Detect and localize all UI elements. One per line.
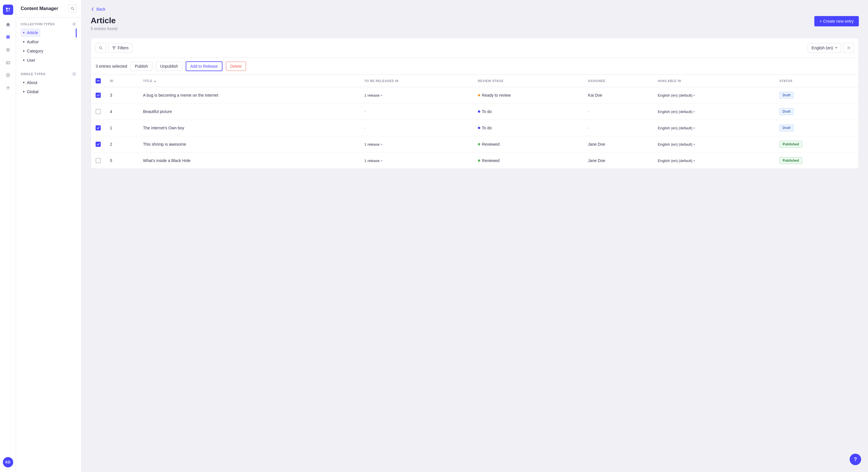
- content-manager-icon[interactable]: [3, 32, 13, 42]
- col-id: ID: [105, 75, 138, 87]
- entries-count: 5 entries found: [91, 26, 117, 31]
- status-cell: Published: [775, 136, 859, 153]
- table-row[interactable]: 4 Beautiful picture - To do - English (e…: [91, 103, 859, 120]
- id-cell: 3: [105, 87, 138, 103]
- release-badge[interactable]: 1 release ▾: [364, 142, 382, 146]
- table-row[interactable]: 2 This shrimp is awesome 1 release ▾ Rev…: [91, 136, 859, 153]
- svg-rect-10: [97, 80, 100, 81]
- assignee-cell: Jane Doe: [583, 136, 653, 153]
- col-title[interactable]: TITLE ▲: [138, 75, 360, 87]
- marketplace-icon[interactable]: [3, 70, 13, 80]
- selection-action-bar: 3 entries selected Publish Unpublish Add…: [91, 58, 859, 75]
- help-button[interactable]: ?: [849, 453, 861, 465]
- available-in-value[interactable]: English (en) (default) ▾: [658, 159, 770, 163]
- available-in-value[interactable]: English (en) (default) ▾: [658, 126, 770, 130]
- media-icon[interactable]: [3, 57, 13, 68]
- create-new-entry-button[interactable]: + Create new entry: [814, 16, 859, 26]
- select-all-checkbox[interactable]: [96, 78, 101, 83]
- sidebar-item-article-wrapper: Article: [21, 28, 76, 38]
- selection-count: 3 entries selected: [96, 64, 127, 69]
- sidebar-item-article[interactable]: Article: [21, 28, 40, 37]
- single-types-count: 2: [71, 72, 76, 76]
- assignee-value: -: [588, 126, 589, 130]
- svg-rect-1: [8, 8, 10, 9]
- title-cell[interactable]: The internet's Own boy: [138, 120, 360, 136]
- assignee-value: Jane Doe: [588, 158, 605, 163]
- row-checkbox[interactable]: [96, 109, 101, 114]
- title-cell[interactable]: A bug is becoming a meme on the internet: [138, 87, 360, 103]
- release-cell: -: [360, 120, 473, 136]
- unpublish-button[interactable]: Unpublish: [156, 62, 182, 71]
- table-row[interactable]: 1 The internet's Own boy - To do - Engli…: [91, 120, 859, 136]
- status-badge: Published: [779, 157, 802, 164]
- release-badge[interactable]: 1 release ▾: [364, 159, 382, 163]
- user-avatar[interactable]: KD: [3, 457, 13, 467]
- select-all-header: [91, 75, 105, 87]
- release-cell: 1 release ▾: [360, 136, 473, 153]
- checkbox-cell: [91, 103, 105, 120]
- review-stage-cell: Ready to review: [473, 87, 584, 103]
- page-title-area: Article 5 entries found: [91, 16, 117, 31]
- builder-icon[interactable]: [3, 45, 13, 55]
- sidebar-item-user[interactable]: User: [21, 56, 76, 65]
- title-cell[interactable]: This shrimp is awesome: [138, 136, 360, 153]
- single-types-header: SINGLE TYPES 2: [21, 72, 76, 76]
- row-checkbox[interactable]: [96, 158, 101, 163]
- svg-rect-2: [6, 10, 8, 12]
- settings-icon[interactable]: [3, 82, 13, 93]
- sidebar-title: Content Manager: [21, 6, 58, 11]
- sidebar-item-category[interactable]: Category: [21, 47, 76, 55]
- table-row[interactable]: 3 A bug is becoming a meme on the intern…: [91, 87, 859, 103]
- assignee-cell: Jane Doe: [583, 153, 653, 169]
- home-icon[interactable]: [3, 20, 13, 30]
- single-types-section: SINGLE TYPES 2 About Global: [16, 67, 81, 99]
- assignee-cell: -: [583, 103, 653, 120]
- col-status: STATUS: [775, 75, 859, 87]
- title-cell[interactable]: Beautiful picture: [138, 103, 360, 120]
- id-cell: 4: [105, 103, 138, 120]
- add-to-release-button[interactable]: Add to Release: [186, 61, 222, 71]
- release-badge[interactable]: 1 release ▾: [364, 93, 382, 98]
- collection-types-section: COLLECTION TYPES 4 Article Author Catego…: [16, 18, 81, 67]
- available-in-cell: English (en) (default) ▾: [653, 136, 775, 153]
- locale-selector[interactable]: English (en): [808, 43, 841, 53]
- active-indicator: [76, 28, 76, 38]
- review-dot: [478, 160, 480, 162]
- available-in-value[interactable]: English (en) (default) ▾: [658, 142, 770, 146]
- col-release: TO BE RELEASED IN: [360, 75, 473, 87]
- row-checkbox[interactable]: [96, 93, 101, 98]
- row-checkbox[interactable]: [96, 125, 101, 131]
- available-in-cell: English (en) (default) ▾: [653, 87, 775, 103]
- page-title: Article: [91, 16, 117, 25]
- toolbar-right: English (en): [808, 43, 854, 53]
- sidebar-item-about[interactable]: About: [21, 78, 76, 87]
- assignee-value: Kai Doe: [588, 93, 602, 98]
- sidebar-item-author[interactable]: Author: [21, 38, 76, 46]
- sidebar-item-global[interactable]: Global: [21, 88, 76, 96]
- table-settings-button[interactable]: [844, 43, 854, 53]
- back-button[interactable]: Back: [91, 7, 105, 11]
- svg-point-6: [7, 87, 9, 89]
- table-header: ID TITLE ▲ TO BE RELEASED IN REVIEW STAG…: [91, 75, 859, 87]
- table-search-button[interactable]: [96, 43, 106, 53]
- svg-point-7: [71, 7, 73, 9]
- id-cell: 1: [105, 120, 138, 136]
- review-dot: [478, 94, 480, 96]
- table-row[interactable]: 5 What's inside a Black Hole 1 release ▾…: [91, 153, 859, 169]
- assignee-cell: -: [583, 120, 653, 136]
- title-cell[interactable]: What's inside a Black Hole: [138, 153, 360, 169]
- main-content-area: Back Article 5 entries found + Create ne…: [82, 0, 868, 472]
- status-cell: Published: [775, 153, 859, 169]
- available-in-value[interactable]: English (en) (default) ▾: [658, 93, 770, 98]
- sidebar-search-button[interactable]: [69, 5, 76, 12]
- row-checkbox[interactable]: [96, 142, 101, 147]
- checkbox-cell: [91, 87, 105, 103]
- available-in-cell: English (en) (default) ▾: [653, 120, 775, 136]
- review-stage-text: To do: [482, 109, 492, 114]
- svg-point-8: [99, 46, 102, 49]
- available-in-value[interactable]: English (en) (default) ▾: [658, 109, 770, 114]
- filters-button[interactable]: Filters: [108, 43, 132, 53]
- delete-button[interactable]: Delete: [226, 62, 246, 71]
- assignee-value: -: [588, 109, 589, 114]
- publish-button[interactable]: Publish: [131, 62, 152, 71]
